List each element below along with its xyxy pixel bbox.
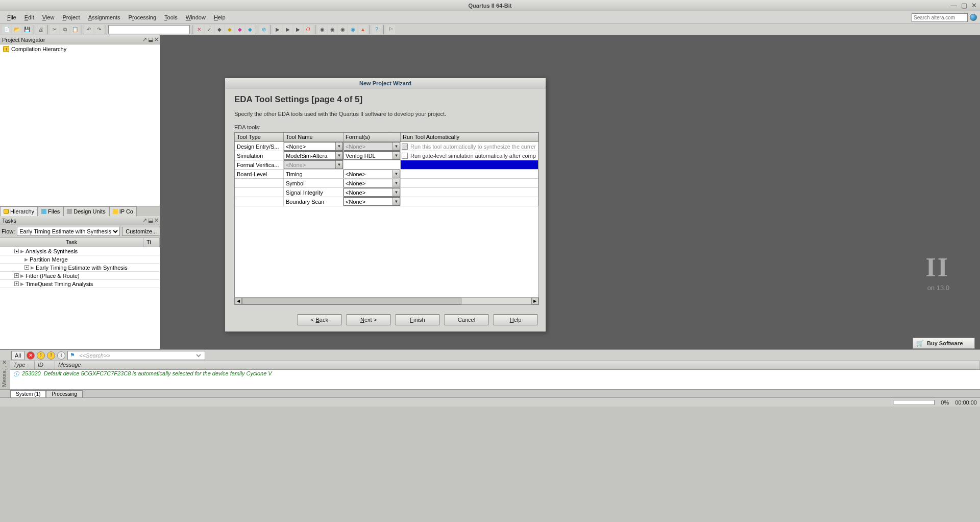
tool-name-select[interactable]: ModelSim-Altera▼: [284, 151, 343, 160]
tab-system[interactable]: System (1): [10, 390, 46, 397]
globe-icon[interactable]: [970, 14, 977, 21]
flow-select[interactable]: Early Timing Estimate with Synthesis: [17, 227, 120, 236]
help-button[interactable]: Help: [494, 314, 537, 325]
col-tool-type[interactable]: Tool Type: [235, 133, 284, 141]
panel-pin-icon[interactable]: ⬓: [148, 217, 153, 224]
cancel-button[interactable]: Cancel: [445, 314, 488, 325]
menu-help[interactable]: Help: [210, 13, 230, 22]
redo-icon[interactable]: ↷: [94, 25, 104, 34]
buy-software-button[interactable]: 🛒Buy Software: [913, 338, 975, 349]
tool-icon[interactable]: ◆: [215, 25, 224, 34]
task-row[interactable]: +▶Early Timing Estimate with Synthesis: [0, 264, 160, 272]
project-combo[interactable]: [108, 25, 190, 34]
tree-expander-icon[interactable]: +: [14, 273, 19, 278]
col-tool-name[interactable]: Tool Name: [284, 133, 344, 141]
panel-undock-icon[interactable]: ↗: [142, 36, 147, 43]
tab-design-units[interactable]: Design Units: [63, 206, 109, 216]
warning-filter-icon[interactable]: !: [47, 351, 55, 360]
menu-processing[interactable]: Processing: [125, 13, 160, 22]
tool-icon[interactable]: ◉: [348, 25, 357, 34]
cut-icon[interactable]: ✂: [50, 25, 59, 34]
minimize-button[interactable]: —: [950, 2, 957, 9]
tool-icon[interactable]: ⚐: [386, 25, 395, 34]
tool-icon[interactable]: ▶: [283, 25, 292, 34]
finish-button[interactable]: Finish: [396, 314, 439, 325]
stop-icon[interactable]: ⊘: [259, 25, 268, 34]
message-search[interactable]: ⚑ <<Search>>: [67, 351, 205, 360]
menu-tools[interactable]: Tools: [160, 13, 182, 22]
undo-icon[interactable]: ↶: [84, 25, 93, 34]
horizontal-scrollbar[interactable]: ◀ ▶: [235, 297, 538, 304]
error-filter-icon[interactable]: ✕: [27, 351, 35, 360]
paste-icon[interactable]: 📋: [70, 25, 80, 34]
info-filter-icon[interactable]: i: [57, 351, 65, 360]
tree-expander-icon[interactable]: +: [14, 281, 19, 286]
tool-name-select[interactable]: <None>▼: [284, 142, 343, 151]
next-button[interactable]: Next >: [347, 314, 390, 325]
tool-icon[interactable]: ◆: [225, 25, 234, 34]
panel-header: Project Navigator ↗ ⬓ ✕: [0, 35, 160, 44]
search-select[interactable]: <<Search>>: [77, 352, 203, 359]
panel-undock-icon[interactable]: ↗: [142, 217, 147, 224]
new-icon[interactable]: 📄: [2, 25, 11, 34]
menu-assignments[interactable]: Assignments: [84, 13, 125, 22]
task-row[interactable]: +▶TimeQuest Timing Analysis: [0, 280, 160, 288]
panel-close-icon[interactable]: ✕: [154, 36, 159, 43]
tab-processing[interactable]: Processing: [46, 390, 82, 397]
tool-icon[interactable]: ◉: [338, 25, 347, 34]
save-icon[interactable]: 💾: [22, 25, 32, 34]
panel-close-icon[interactable]: ✕: [154, 217, 159, 224]
back-button[interactable]: < Back: [298, 314, 341, 325]
critical-filter-icon[interactable]: !: [37, 351, 45, 360]
tool-icon[interactable]: ◉: [317, 25, 327, 34]
run-auto-cell[interactable]: Run gate-level simulation automatically …: [401, 153, 537, 159]
tree-node-root[interactable]: ! Compilation Hierarchy: [1, 45, 159, 53]
format-select[interactable]: <None>▼: [344, 170, 400, 178]
open-icon[interactable]: 📂: [12, 25, 21, 34]
menu-window[interactable]: Window: [182, 13, 210, 22]
help-icon[interactable]: ?: [372, 25, 381, 34]
scroll-thumb[interactable]: [242, 298, 461, 304]
task-row[interactable]: +▶Fitter (Place & Route): [0, 272, 160, 280]
tool-icon[interactable]: ▲: [358, 25, 368, 34]
menu-edit[interactable]: Edit: [20, 13, 38, 22]
tool-icon[interactable]: ◉: [328, 25, 337, 34]
col-run-auto[interactable]: Run Tool Automatically: [401, 133, 538, 141]
tool-icon[interactable]: ✕: [194, 25, 204, 34]
customize-button[interactable]: Customize...: [122, 227, 160, 236]
tree-expander-icon[interactable]: ▸: [14, 249, 19, 253]
scroll-left-icon[interactable]: ◀: [235, 298, 242, 304]
tab-hierarchy[interactable]: Hierarchy: [0, 206, 38, 216]
task-label: Fitter (Place & Route): [26, 273, 80, 279]
format-select[interactable]: Verilog HDL▼: [344, 151, 400, 160]
format-select[interactable]: <None>▼: [344, 188, 400, 197]
tree-expander-icon[interactable]: +: [24, 265, 29, 270]
col-formats[interactable]: Format(s): [344, 133, 401, 141]
menu-project[interactable]: Project: [58, 13, 84, 22]
format-select[interactable]: <None>▼: [344, 179, 400, 187]
tool-icon[interactable]: ▶: [293, 25, 303, 34]
panel-pin-icon[interactable]: ⬓: [148, 36, 153, 43]
message-row[interactable]: ⓘ 253020 Default device 5CGXFC7C7F23C8 i…: [10, 370, 980, 378]
scroll-right-icon[interactable]: ▶: [531, 298, 538, 304]
tab-all[interactable]: All: [11, 351, 24, 360]
close-button[interactable]: ✕: [971, 2, 977, 9]
search-input[interactable]: [912, 13, 968, 22]
tab-ip[interactable]: IP Co: [109, 206, 137, 216]
tool-icon[interactable]: ◆: [235, 25, 244, 34]
copy-icon[interactable]: ⧉: [60, 25, 69, 34]
task-row[interactable]: ▶Partition Merge: [0, 255, 160, 264]
messages-close-icon[interactable]: ✕: [2, 359, 7, 366]
tool-icon[interactable]: ◆: [246, 25, 255, 34]
tab-files[interactable]: Files: [38, 206, 63, 216]
tool-icon[interactable]: ✓: [205, 25, 214, 34]
play-icon[interactable]: ▶: [273, 25, 282, 34]
checkbox[interactable]: [402, 153, 408, 159]
task-row[interactable]: ▸▶Analysis & Synthesis: [0, 247, 160, 255]
menu-view[interactable]: View: [38, 13, 59, 22]
format-select[interactable]: <None>▼: [344, 197, 400, 206]
timer-icon[interactable]: ⏱: [304, 25, 313, 34]
print-icon[interactable]: 🖨: [36, 25, 45, 34]
maximize-button[interactable]: ▢: [961, 2, 967, 9]
menu-file[interactable]: File: [3, 13, 20, 22]
